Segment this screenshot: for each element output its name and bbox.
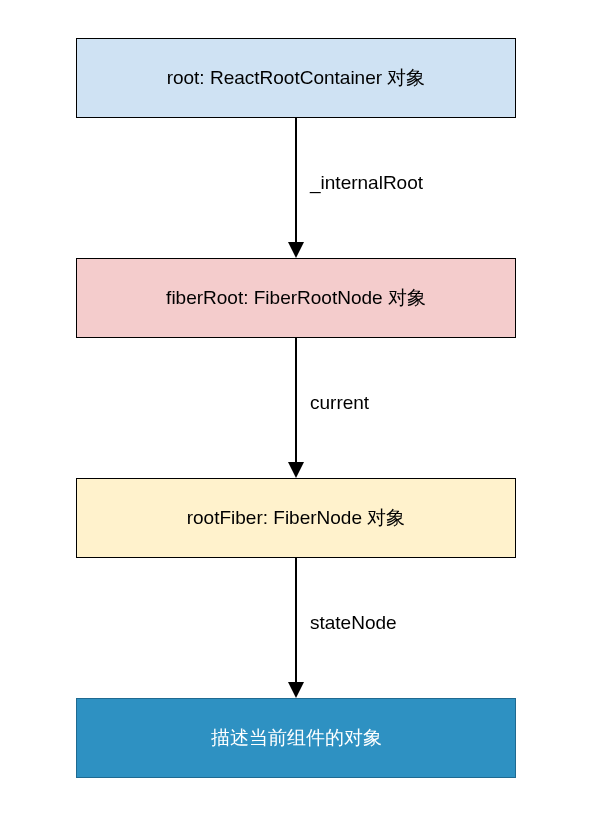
edge-label-internalroot: _internalRoot bbox=[310, 172, 423, 194]
arrow-2-line bbox=[295, 338, 297, 462]
node-fiberroot: fiberRoot: FiberRootNode 对象 bbox=[76, 258, 516, 338]
arrow-1-head bbox=[288, 242, 304, 258]
node-component-label: 描述当前组件的对象 bbox=[211, 725, 382, 751]
node-root: root: ReactRootContainer 对象 bbox=[76, 38, 516, 118]
node-component: 描述当前组件的对象 bbox=[76, 698, 516, 778]
arrow-1-line bbox=[295, 118, 297, 242]
node-rootfiber-label: rootFiber: FiberNode 对象 bbox=[187, 505, 406, 531]
edge-label-current: current bbox=[310, 392, 369, 414]
node-rootfiber: rootFiber: FiberNode 对象 bbox=[76, 478, 516, 558]
arrow-3-line bbox=[295, 558, 297, 682]
arrow-3-head bbox=[288, 682, 304, 698]
edge-label-statenode: stateNode bbox=[310, 612, 397, 634]
node-fiberroot-label: fiberRoot: FiberRootNode 对象 bbox=[166, 285, 426, 311]
arrow-2-head bbox=[288, 462, 304, 478]
flowchart-diagram: root: ReactRootContainer 对象 _internalRoo… bbox=[0, 0, 616, 816]
node-root-label: root: ReactRootContainer 对象 bbox=[167, 65, 426, 91]
